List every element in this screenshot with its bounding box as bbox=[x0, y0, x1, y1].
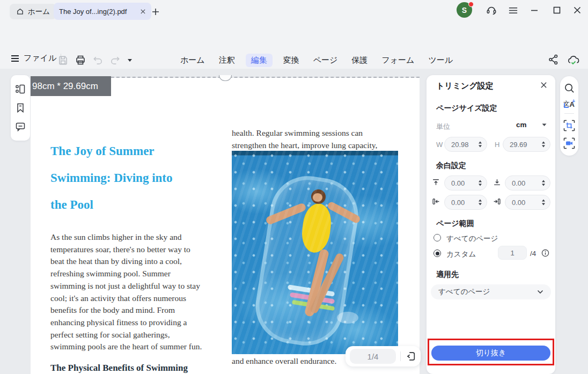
document-paragraph: As the sun climbs higher in the sky and … bbox=[50, 231, 230, 353]
width-input[interactable] bbox=[444, 137, 487, 152]
width-label: W bbox=[436, 141, 443, 149]
maximize-button[interactable] bbox=[552, 5, 562, 16]
page-range-heading: ページ範囲 bbox=[436, 219, 474, 229]
home-tab-button[interactable]: ホーム bbox=[10, 4, 56, 19]
apply-to-select[interactable]: すべてのページ bbox=[431, 284, 551, 299]
height-label: H bbox=[495, 141, 499, 149]
divider bbox=[564, 113, 574, 114]
support-headset-icon[interactable] bbox=[485, 4, 498, 17]
margin-left-input[interactable] bbox=[444, 195, 487, 210]
app-menu-icon[interactable] bbox=[508, 5, 518, 16]
page-total-label: /4 bbox=[530, 250, 536, 258]
page-size-heading: ページサイズ設定 bbox=[436, 104, 497, 113]
margin-left-stepper[interactable] bbox=[479, 200, 482, 206]
home-tab-label: ホーム bbox=[28, 7, 50, 17]
unit-value[interactable]: cm bbox=[516, 121, 527, 129]
all-pages-radio[interactable] bbox=[433, 234, 441, 241]
bookmarks-panel-icon[interactable] bbox=[15, 102, 26, 113]
collapse-pagebar-icon[interactable] bbox=[405, 350, 416, 362]
margin-right-input[interactable] bbox=[505, 195, 550, 210]
custom-range-label[interactable]: カスタム bbox=[446, 250, 476, 259]
margin-top-icon bbox=[432, 178, 440, 186]
edit-toolbar: すべて編集 ページをトリ AIに質問 bbox=[0, 47, 588, 69]
avatar-initial: S bbox=[462, 6, 467, 14]
right-sidebar: 文 + A bbox=[560, 76, 578, 156]
close-window-button[interactable] bbox=[572, 5, 583, 16]
margin-bottom-input[interactable] bbox=[505, 175, 550, 190]
notification-dot bbox=[468, 2, 474, 7]
margin-top-stepper[interactable] bbox=[479, 180, 482, 186]
new-tab-button[interactable] bbox=[149, 5, 162, 18]
document-tab-label: The Joy of...ing(2).pdf bbox=[59, 8, 136, 16]
all-pages-label[interactable]: すべてのページ bbox=[446, 234, 498, 244]
custom-page-input[interactable] bbox=[498, 246, 527, 260]
crop-settings-panel: トリミング設定 ページサイズ設定 単位 cm W H 余白設定 ページ範囲 すべ… bbox=[427, 75, 555, 374]
menu-bar: ファイル ホーム 注釈 編集 変換 ページ 保護 フォーム ツール bbox=[0, 24, 588, 47]
record-capture-icon[interactable] bbox=[563, 137, 575, 149]
margin-bottom-stepper[interactable] bbox=[542, 180, 545, 186]
margin-top-input[interactable] bbox=[444, 175, 487, 190]
pdf-page[interactable]: The Joy of Summer Swimming: Diving into … bbox=[31, 78, 420, 374]
pool-photo bbox=[232, 151, 398, 354]
minimize-button[interactable] bbox=[529, 5, 540, 16]
title-bar: ホーム The Joy of...ing(2).pdf S bbox=[0, 0, 588, 24]
left-sidebar bbox=[11, 75, 30, 141]
document-section-heading: The Physical Benefits of Swimming bbox=[50, 363, 188, 373]
page-number-indicator[interactable]: 1/4 bbox=[350, 349, 396, 364]
translate-icon[interactable]: 文 + A bbox=[563, 100, 575, 107]
page-navigator: 1/4 bbox=[346, 346, 421, 366]
margin-right-stepper[interactable] bbox=[542, 200, 545, 206]
width-stepper[interactable] bbox=[479, 142, 482, 148]
info-icon[interactable] bbox=[541, 249, 549, 257]
document-right-column-top: health. Regular swimming sessions can st… bbox=[232, 127, 409, 151]
height-stepper[interactable] bbox=[542, 142, 545, 148]
search-icon[interactable] bbox=[564, 83, 575, 94]
margin-left-icon bbox=[432, 197, 440, 206]
panel-close-icon[interactable] bbox=[540, 82, 547, 89]
tab-close-icon[interactable] bbox=[140, 9, 146, 14]
comments-panel-icon[interactable] bbox=[15, 121, 26, 132]
panel-title: トリミング設定 bbox=[436, 81, 494, 91]
chevron-down-icon bbox=[537, 290, 543, 294]
unit-caret-icon[interactable] bbox=[542, 123, 547, 127]
home-icon bbox=[16, 8, 24, 16]
divider bbox=[400, 351, 401, 361]
apply-to-value: すべてのページ bbox=[438, 287, 490, 297]
custom-range-radio[interactable] bbox=[433, 250, 441, 257]
screenshot-crop-icon[interactable] bbox=[563, 120, 575, 131]
unit-label: 単位 bbox=[436, 122, 450, 131]
apply-to-heading: 適用先 bbox=[436, 270, 459, 280]
height-input[interactable] bbox=[503, 137, 550, 152]
margin-bottom-icon bbox=[493, 178, 501, 186]
margins-heading: 余白設定 bbox=[436, 161, 466, 171]
thumbnails-panel-icon[interactable] bbox=[15, 84, 26, 94]
document-title: The Joy of Summer Swimming: Diving into … bbox=[50, 138, 233, 218]
margin-right-icon bbox=[493, 197, 501, 206]
page-size-tooltip: 98cm * 29.69cm bbox=[31, 76, 111, 96]
crop-confirm-button[interactable]: 切り抜き bbox=[431, 346, 550, 361]
document-tab[interactable]: The Joy of...ing(2).pdf bbox=[54, 3, 151, 20]
